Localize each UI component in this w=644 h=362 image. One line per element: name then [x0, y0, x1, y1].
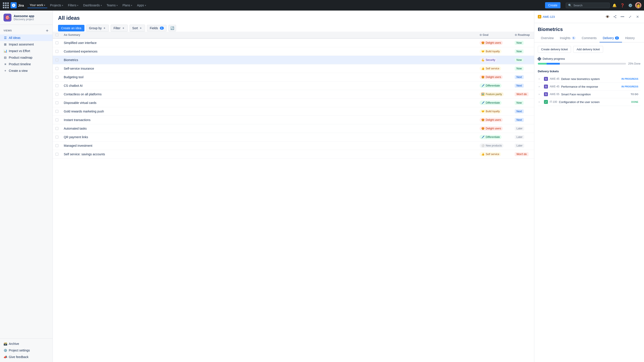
goal-tag[interactable]: 🖊️ Differentiate — [480, 101, 502, 105]
nav-teams[interactable]: Teams ▾ — [104, 3, 120, 8]
tab-comments[interactable]: Comments — [579, 34, 600, 42]
sidebar-item-impact-assessment[interactable]: ⊞ Impact assesment — [0, 41, 52, 48]
row-checkbox[interactable] — [56, 153, 58, 156]
filter-button[interactable]: Filter ＋ — [110, 24, 128, 32]
fields-button[interactable]: Fields 6 — [147, 25, 166, 31]
create-button[interactable]: Create — [545, 2, 560, 8]
roadmap-tag[interactable]: Now — [515, 49, 524, 53]
nav-plans[interactable]: Plans ▾ — [120, 3, 134, 8]
tab-insights[interactable]: Insights 5 — [557, 34, 578, 42]
expand-button[interactable]: ⤢ — [627, 14, 633, 20]
table-row[interactable]: CS chatbot AI 🖊️ Differentiate Next — [53, 81, 534, 90]
jira-logo[interactable]: Jira — [10, 2, 24, 8]
row-checkbox[interactable] — [56, 67, 58, 70]
roadmap-tag[interactable]: Later — [515, 126, 524, 130]
sidebar-item-product-timeline[interactable]: ≡ Product timeline — [0, 61, 52, 67]
roadmap-tag[interactable]: Next — [515, 84, 524, 88]
table-row[interactable]: Disposable virtual cards 🖊️ Differentiat… — [53, 99, 534, 107]
goal-tag[interactable]: 💪 Security — [480, 58, 497, 62]
notifications-button[interactable]: 🔔 — [612, 2, 618, 8]
search-box[interactable]: 🔍 Search — [566, 3, 610, 8]
sidebar-item-all-ideas[interactable]: ☰ All ideas — [0, 34, 52, 41]
table-row[interactable]: Managed investment ⚪ New products Later — [53, 141, 534, 150]
nav-dashboards[interactable]: Dashboards ▾ — [81, 3, 104, 8]
help-button[interactable]: ❓ — [619, 2, 626, 8]
goal-tag[interactable]: ⚪ New products — [480, 143, 504, 148]
roadmap-tag[interactable]: Now — [515, 66, 524, 70]
sidebar-item-archive[interactable]: 🗃️ Archive — [0, 341, 52, 347]
table-row[interactable]: Budgeting tool 😍 Delight users Next — [53, 73, 534, 81]
settings-button[interactable]: ⚙️ — [627, 2, 634, 8]
group-by-button[interactable]: Group by ＋ — [86, 24, 109, 32]
row-checkbox[interactable] — [56, 118, 58, 121]
sidebar-item-give-feedback[interactable]: 📣 Give feedback — [0, 354, 52, 360]
goal-tag[interactable]: 🤝 Build loyalty — [480, 109, 502, 114]
table-row[interactable]: Contactless on all platforms 🖼️ Feature … — [53, 90, 534, 99]
row-checkbox[interactable] — [56, 58, 58, 61]
tab-delivery[interactable]: Delivery 8 — [600, 34, 622, 42]
table-row[interactable]: Self-service insurance 👍 Self service No… — [53, 64, 534, 73]
goal-tag[interactable]: 🖼️ Feature parity — [480, 92, 504, 96]
delivery-ticket-row[interactable]: › S AWE-55 Smart Face recognition TO DO — [538, 90, 640, 98]
ticket-chevron-icon[interactable]: › — [539, 85, 542, 88]
roadmap-tag[interactable]: Later — [515, 144, 524, 148]
goal-tag[interactable]: 🤝 Build loyalty — [480, 49, 502, 54]
goal-tag[interactable]: 🖊️ Differentiate — [480, 83, 502, 88]
sidebar-item-create-view[interactable]: ＋ Create a view — [0, 67, 52, 74]
table-row[interactable]: Simplified user interface 😍 Delight user… — [53, 38, 534, 47]
sidebar-item-impact-effort[interactable]: 📊 Impact vs Effort — [0, 48, 52, 54]
row-checkbox[interactable] — [56, 93, 58, 96]
watch-button[interactable]: 👁️ — [604, 14, 610, 20]
goal-tag[interactable]: 👍 Self service — [480, 152, 501, 156]
row-checkbox[interactable] — [56, 75, 58, 79]
project-header[interactable]: 🎯 Awesome app Discovery project — [0, 10, 52, 25]
table-row[interactable]: QR payment links 🖊️ Differentiate Later — [53, 133, 534, 141]
row-checkbox[interactable] — [56, 110, 58, 113]
roadmap-tag[interactable]: Now — [515, 41, 524, 45]
user-avatar[interactable]: 👩 — [635, 2, 641, 8]
tab-history[interactable]: History — [622, 34, 638, 42]
roadmap-tag[interactable]: Next — [515, 118, 524, 122]
create-idea-button[interactable]: Create an idea — [58, 25, 84, 31]
delivery-ticket-row[interactable]: › S AWE-45 Deliver new biometrics system… — [538, 75, 640, 83]
ticket-chevron-icon[interactable]: › — [539, 100, 542, 103]
row-checkbox[interactable] — [56, 127, 58, 130]
row-checkbox[interactable] — [56, 84, 58, 87]
add-view-icon[interactable]: ＋ — [45, 28, 49, 33]
roadmap-tag[interactable]: Later — [515, 135, 524, 139]
roadmap-tag[interactable]: Now — [515, 101, 524, 105]
row-checkbox[interactable] — [56, 50, 58, 53]
ticket-chevron-icon[interactable]: › — [539, 77, 542, 80]
select-all-header[interactable] — [53, 32, 61, 38]
goal-tag[interactable]: 🖊️ Differentiate — [480, 135, 502, 139]
table-row[interactable]: Self service: savings accounts 👍 Self se… — [53, 150, 534, 159]
row-checkbox[interactable] — [56, 101, 58, 104]
table-row[interactable]: Gold rewards marketing push 🤝 Build loya… — [53, 107, 534, 116]
delivery-ticket-row[interactable]: › S AWE-45 Performance of the response I… — [538, 83, 640, 90]
row-checkbox[interactable] — [56, 135, 58, 139]
roadmap-tag[interactable]: Now — [515, 58, 524, 62]
row-checkbox[interactable] — [56, 144, 58, 147]
row-checkbox[interactable] — [56, 41, 58, 44]
nav-apps[interactable]: Apps ▾ — [135, 3, 148, 8]
close-button[interactable]: ✕ — [634, 14, 640, 20]
create-delivery-ticket-button[interactable]: Create delivery ticket — [538, 46, 571, 53]
nav-filters[interactable]: Filters ▾ — [66, 3, 80, 8]
sidebar-item-product-roadmap[interactable]: ⊟ Product roadmap — [0, 54, 52, 61]
table-row[interactable]: Automated tasks 😍 Delight users Later — [53, 124, 534, 133]
table-row[interactable]: Customised experiences 🤝 Build loyalty N… — [53, 47, 534, 56]
roadmap-tag[interactable]: Next — [515, 75, 524, 79]
goal-tag[interactable]: 😍 Delight users — [480, 126, 503, 131]
sort-button[interactable]: Sort ＋ — [130, 24, 145, 32]
goal-tag[interactable]: 👍 Self service — [480, 66, 501, 71]
sidebar-item-project-settings[interactable]: ⚙️ Project settings — [0, 347, 52, 354]
table-row[interactable]: Biometrics 💪 Security Now — [53, 56, 534, 64]
share-button[interactable] — [612, 14, 618, 20]
tab-overview[interactable]: Overview — [538, 34, 557, 42]
ticket-chevron-icon[interactable]: › — [539, 93, 542, 96]
roadmap-tag[interactable]: Won't do — [515, 152, 528, 156]
delivery-ticket-row[interactable]: › ✓ IT-100 Configuration of the user scr… — [538, 98, 640, 106]
table-row[interactable]: Instant transactions 😍 Delight users Nex… — [53, 116, 534, 124]
add-delivery-ticket-button[interactable]: Add delivery ticket — [573, 46, 603, 53]
more-options-button[interactable]: ••• — [619, 14, 626, 20]
